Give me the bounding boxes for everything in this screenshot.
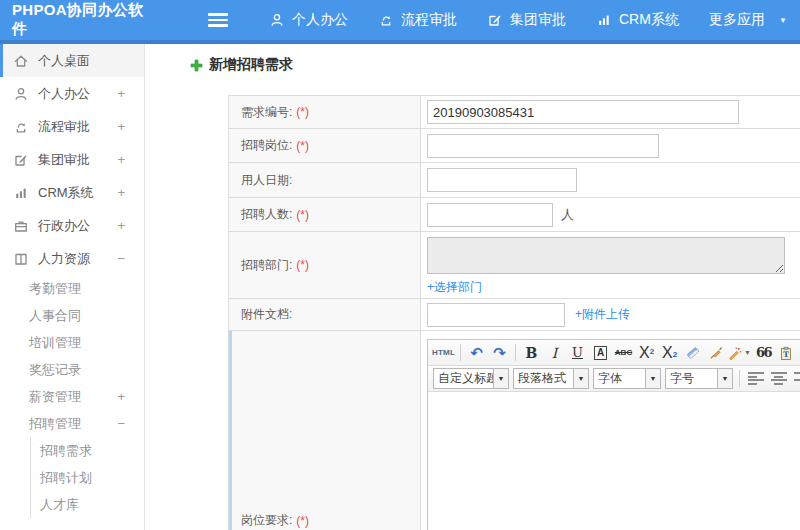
toolbar-align-left-button[interactable] [745, 368, 766, 389]
subscript-icon: X [662, 344, 673, 362]
toolbar-bold-button[interactable]: B [521, 342, 542, 363]
expand-toggle-icon[interactable]: + [117, 389, 125, 404]
top-nav-item-group-approval[interactable]: 集团审批 [487, 11, 566, 29]
main-content: 新增招聘需求 需求编号: (*) 招聘岗位: (*) 用人日期: [146, 44, 800, 530]
chevron-down-icon: ▼ [744, 349, 751, 356]
sidebar-subitem-label: 薪资管理 [29, 388, 81, 406]
expand-toggle-icon[interactable]: + [117, 86, 125, 101]
font-border-icon: A [594, 346, 607, 360]
toolbar-italic-button[interactable]: I [544, 342, 565, 363]
label-text: 招聘部门: [241, 257, 292, 274]
undo-icon: ↶ [470, 345, 483, 360]
chart-icon [596, 12, 612, 28]
sidebar-subitem-training-manage[interactable]: 培训管理 [0, 329, 144, 356]
required-marker: (*) [296, 258, 309, 272]
toolbar-html-source-button[interactable]: HTML [432, 342, 455, 363]
label-text: 招聘岗位: [241, 137, 292, 154]
toolbar-underline-button[interactable]: U [567, 342, 588, 363]
html-source-icon: HTML [432, 348, 455, 357]
recruit-post-input[interactable] [427, 134, 659, 158]
recruit-dept-textarea[interactable] [427, 237, 785, 274]
toolbar-redo-button[interactable]: ↷ [489, 342, 510, 363]
eraser-icon [686, 346, 700, 360]
expand-toggle-icon[interactable]: − [117, 251, 125, 266]
toolbar-subscript-button[interactable]: X2 [659, 342, 680, 363]
sidebar: 个人桌面个人办公+流程审批+集团审批+CRM系统+行政办公+人力资源−考勤管理人… [0, 44, 145, 530]
sidebar-subitem-recruit-manage[interactable]: 招聘管理− [0, 410, 144, 437]
toolbar-eraser-button[interactable] [682, 342, 703, 363]
align-right-icon [794, 372, 800, 385]
edit-icon [487, 12, 503, 28]
toolbar-blockquote-button[interactable]: 66 [753, 342, 774, 363]
expand-toggle-icon[interactable]: − [117, 416, 125, 431]
toolbar-superscript-button[interactable]: X2 [636, 342, 657, 363]
toolbar-format-brush-button[interactable] [705, 342, 726, 363]
font-size-select[interactable]: 字号▼ [665, 368, 733, 389]
sidebar-item-personal-office[interactable]: 个人办公+ [0, 77, 144, 110]
sidebar-submenu-human-resources: 考勤管理人事合同培训管理奖惩记录薪资管理+招聘管理−招聘需求招聘计划人才库 [0, 275, 144, 518]
expand-toggle-icon[interactable]: + [117, 185, 125, 200]
toolbar-align-right-button[interactable] [791, 368, 800, 389]
chevron-down-icon: ▼ [493, 369, 508, 388]
toolbar-auto-typeset-button[interactable]: ▼ [728, 342, 751, 363]
attachment-input[interactable] [427, 303, 565, 327]
toolbar-undo-button[interactable]: ↶ [466, 342, 487, 363]
custom-title-select[interactable]: 自定义标题▼ [433, 368, 509, 389]
expand-toggle-icon[interactable]: + [117, 218, 125, 233]
font-family-select[interactable]: 字体▼ [593, 368, 661, 389]
editor-content-area[interactable] [428, 392, 800, 530]
attachment-upload-link[interactable]: +附件上传 [575, 306, 630, 323]
toolbar-paste-word-button[interactable]: T [776, 342, 797, 363]
sidebar-nesteditem-recruit-demand[interactable]: 招聘需求 [31, 437, 144, 464]
sidebar-item-workflow-approval[interactable]: 流程审批+ [0, 110, 144, 143]
top-nav-item-crm-system[interactable]: CRM系统 [596, 11, 679, 29]
sidebar-item-personal-desktop[interactable]: 个人桌面 [0, 44, 144, 77]
sidebar-subitem-hr-contract[interactable]: 人事合同 [0, 302, 144, 329]
field-label: 招聘岗位: (*) [229, 129, 421, 162]
required-marker: (*) [296, 208, 309, 222]
book-icon [13, 251, 29, 267]
toolbar-align-center-button[interactable] [768, 368, 789, 389]
toolbar-separator [739, 370, 740, 387]
sidebar-item-group-approval[interactable]: 集团审批+ [0, 143, 144, 176]
label-text: 附件文档: [241, 306, 292, 323]
more-apps-menu[interactable]: 更多应用 ▼ [709, 11, 787, 29]
strikethrough-icon: ABC [615, 348, 632, 357]
count-unit-label: 人 [561, 206, 574, 224]
menu-toggle-icon[interactable] [208, 13, 228, 27]
top-nav-label: 集团审批 [510, 11, 566, 29]
sidebar-subitem-salary-manage[interactable]: 薪资管理+ [0, 383, 144, 410]
choose-dept-link[interactable]: +选择部门 [427, 279, 482, 296]
page-title: 新增招聘需求 [190, 56, 293, 74]
hire-date-input[interactable] [427, 168, 577, 192]
sidebar-item-admin-office[interactable]: 行政办公+ [0, 209, 144, 242]
toolbar-separator [515, 344, 516, 361]
top-nav-item-workflow-approval[interactable]: 流程审批 [378, 11, 457, 29]
sidebar-item-human-resources[interactable]: 人力资源− [0, 242, 144, 275]
chevron-down-icon: ▼ [573, 369, 588, 388]
top-nav-item-personal-office[interactable]: 个人办公 [269, 11, 348, 29]
expand-toggle-icon[interactable]: + [117, 152, 125, 167]
recruit-count-input[interactable] [427, 203, 553, 227]
page-title-text: 新增招聘需求 [209, 56, 293, 74]
select-value: 字体 [594, 370, 645, 387]
italic-icon: I [552, 345, 558, 361]
sidebar-nesteditem-talent-pool[interactable]: 人才库 [31, 491, 144, 518]
demand-code-input[interactable] [427, 100, 739, 124]
label-text: 用人日期: [241, 172, 292, 189]
toolbar-separator [460, 344, 461, 361]
bold-icon: B [526, 345, 538, 361]
paragraph-format-select[interactable]: 段落格式▼ [513, 368, 589, 389]
toolbar-font-border-button[interactable]: A [590, 342, 611, 363]
sidebar-nesteditem-recruit-plan[interactable]: 招聘计划 [31, 464, 144, 491]
toolbar-strikethrough-button[interactable]: ABC [613, 342, 634, 363]
sidebar-subitem-reward-record[interactable]: 奖惩记录 [0, 356, 144, 383]
sidebar-nesteditem-label: 招聘计划 [40, 469, 92, 487]
sidebar-subitem-attendance-manage[interactable]: 考勤管理 [0, 275, 144, 302]
field-label: 招聘人数: (*) [229, 198, 421, 231]
top-nav-label: 流程审批 [401, 11, 457, 29]
sidebar-item-crm-system[interactable]: CRM系统+ [0, 176, 144, 209]
field-label: 用人日期: [229, 163, 421, 197]
top-bar: PHPOA协同办公软件 个人办公流程审批集团审批CRM系统 更多应用 ▼ [0, 0, 800, 40]
expand-toggle-icon[interactable]: + [117, 119, 125, 134]
